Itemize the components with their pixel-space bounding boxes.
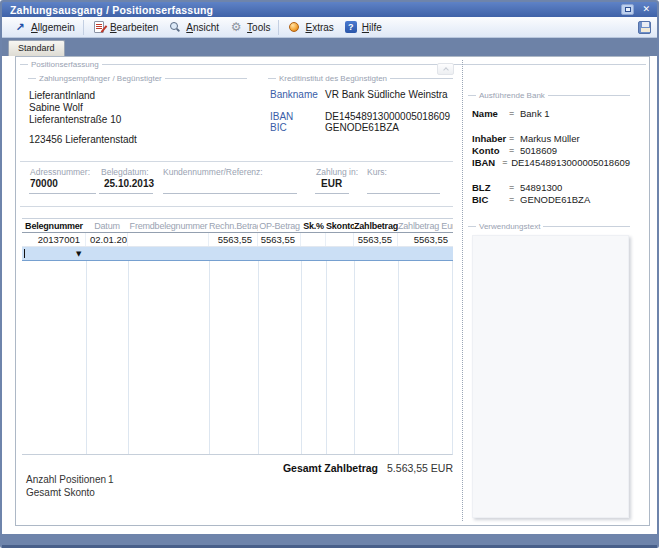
table-header-row: Belegnummer Datum Fremdbelegnummer Rechn… [22, 218, 453, 233]
kundennummer-input[interactable] [163, 193, 297, 194]
anzahl-positionen-value: 1 [108, 474, 114, 485]
usage-textarea[interactable] [472, 235, 629, 518]
cell-rechn-betrag: 5563,55 [209, 233, 258, 246]
bank-konto-row: Konto = 5018609 [472, 144, 630, 156]
kundennummer-label: Kundennummer/Referenz: [163, 167, 263, 177]
dropdown-arrow-icon[interactable]: ▼ [76, 250, 81, 258]
payee-contact: Sabine Wolf [29, 102, 83, 113]
close-button[interactable]: ✕ [640, 4, 652, 15]
kurs-label: Kurs: [367, 167, 387, 177]
table-empty-grid[interactable] [22, 261, 453, 455]
payee-street: Lieferantenstraße 10 [29, 114, 121, 125]
bank-bic-row: BIC = GENODE61BZA [472, 193, 630, 205]
payee-city: 123456 Lieferantenstadt [29, 134, 137, 145]
iban-value: DE14548913000005018609 [325, 111, 450, 122]
menu-hilfe[interactable]: ? Hilfe [339, 18, 387, 36]
anzahl-positionen-label: Anzahl Positionen [26, 474, 108, 485]
equals-sign: = [509, 182, 520, 192]
group-zahlungsempfaenger: Zahlungsempfänger / Begünstigter [28, 73, 247, 83]
column-header-zahlbetrag[interactable]: Zahlbetrag [354, 221, 398, 231]
window-title: Zahlungsausgang / Positionserfassung [10, 4, 621, 16]
chevron-up-icon [443, 67, 449, 73]
tab-band: Standard [2, 38, 657, 56]
group-title: Positionserfassung [28, 60, 102, 69]
payee-name: LieferantInland [29, 90, 95, 101]
bank-inhaber-row: Inhaber = Markus Müller [472, 132, 630, 144]
belegdatum-label: Belegdatum: [101, 167, 149, 177]
menu-allgemein[interactable]: ↗ Allgemein [8, 18, 80, 36]
scroll-up-button[interactable] [437, 63, 454, 75]
bank-blz-row: BLZ = 54891300 [472, 181, 630, 193]
adressnummer-label: Adressnummer: [30, 167, 90, 177]
group-kreditinstitut: Kreditinstitut des Begünstigten [268, 73, 453, 83]
bic-label: BIC [270, 122, 287, 133]
group-positionserfassung: Positionserfassung [20, 59, 646, 69]
window-bottom-frame [2, 534, 657, 548]
column-header-sk-prozent[interactable]: Sk.% [301, 221, 326, 231]
menu-tools[interactable]: ⚙ Tools [224, 18, 275, 36]
menu-bearbeiten[interactable]: Bearbeiten [87, 18, 163, 36]
belegdatum-value: 25.10.2013 [104, 178, 154, 189]
gesamt-zahlbetrag-value: 5.563,55 EUR [387, 462, 453, 474]
group-title: Ausführende Bank [476, 91, 548, 100]
cell-belegnummer: 20137001 [22, 233, 86, 246]
belegdatum-input[interactable] [99, 193, 153, 194]
titlebar: Zahlungsausgang / Positionserfassung ✕ [2, 2, 657, 17]
executing-bank-details: Name = Bank 1 Inhaber = Markus Müller Ko… [472, 107, 630, 205]
arrow-up-right-icon: ↗ [13, 20, 27, 34]
restore-icon [625, 7, 631, 12]
menu-extras[interactable]: Extras [282, 18, 338, 36]
table-row[interactable]: 20137001 02.01.2013 5563,55 5563,55 5563… [22, 233, 453, 247]
equals-sign: = [502, 157, 511, 167]
save-button[interactable] [638, 21, 651, 34]
help-icon: ? [344, 20, 358, 34]
equals-sign: = [509, 145, 520, 155]
cell-datum: 02.01.2013 [86, 233, 128, 246]
group-verwendungstext: Verwendungstext [468, 221, 630, 231]
group-title: Verwendungstext [476, 222, 543, 231]
menubar: ↗ Allgemein Bearbeiten Ansicht ⚙ Tools E… [2, 17, 657, 38]
column-header-skonto[interactable]: Skonto [326, 221, 354, 231]
group-title: Zahlungsempfänger / Begünstigter [36, 74, 165, 83]
table-row-selected-empty[interactable]: ▼ [22, 247, 453, 261]
bankname-value: VR Bank Südliche Weinstra [325, 89, 448, 100]
bic-value: GENODE61BZA [325, 122, 399, 133]
cell-zahlbetrag-euro: 5563,55 [398, 233, 453, 246]
restore-window-button[interactable] [621, 4, 634, 15]
bankname-label: Bankname [270, 89, 318, 100]
kurs-input[interactable] [367, 193, 440, 194]
bank-name-row: Name = Bank 1 [472, 107, 630, 119]
anzahl-positionen-row: Anzahl Positionen 1 [26, 474, 114, 485]
equals-sign: = [509, 133, 520, 143]
gesamt-skonto-row: Gesamt Skonto [26, 487, 108, 498]
column-header-rechn-betrag[interactable]: Rechn.Betrag [209, 221, 258, 231]
magnifier-icon [168, 20, 182, 34]
group-ausfuehrende-bank: Ausführende Bank [468, 90, 630, 100]
zahlung-in-input[interactable] [315, 193, 349, 194]
text-cursor [24, 249, 25, 258]
column-header-zahlbetrag-euro[interactable]: Zahlbetrag Euro [398, 221, 453, 231]
menu-ansicht[interactable]: Ansicht [163, 18, 224, 36]
tab-standard[interactable]: Standard [8, 40, 65, 56]
tab-page-area: Positionserfassung Zahlungsempfänger / B… [2, 56, 657, 534]
cell-zahlbetrag: 5563,55 [354, 233, 398, 246]
column-header-op-betrag[interactable]: OP-Betrag [258, 221, 301, 231]
menu-separator [83, 20, 84, 35]
column-header-belegnummer[interactable]: Belegnummer [22, 221, 86, 231]
application-window: Zahlungsausgang / Positionserfassung ✕ ↗… [0, 0, 659, 548]
cell-fremdbelegnummer [128, 233, 209, 246]
gesamt-skonto-label: Gesamt Skonto [26, 487, 108, 498]
equals-sign: = [509, 194, 520, 204]
cell-op-betrag: 5563,55 [258, 233, 301, 246]
group-title: Kreditinstitut des Begünstigten [276, 74, 390, 83]
menu-separator [278, 20, 279, 35]
column-header-fremdbelegnummer[interactable]: Fremdbelegnummer [128, 221, 209, 231]
bank-iban-row: IBAN = DE14548913000005018609 [472, 156, 630, 168]
column-header-datum[interactable]: Datum [86, 221, 128, 231]
gesamt-zahlbetrag-row: Gesamt Zahlbetrag 5.563,55 EUR [256, 462, 453, 474]
cell-skonto [326, 233, 354, 246]
gear-icon: ⚙ [229, 20, 243, 34]
separator-line [20, 161, 453, 162]
adressnummer-input[interactable] [29, 193, 96, 194]
equals-sign: = [509, 108, 520, 118]
